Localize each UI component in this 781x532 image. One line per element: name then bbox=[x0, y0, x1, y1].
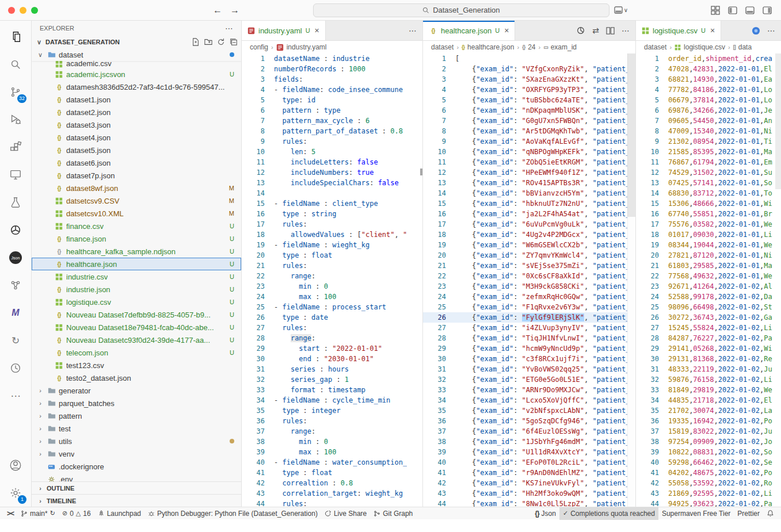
code-line[interactable]: 36 rules: bbox=[242, 416, 422, 426]
line-number[interactable]: 20 bbox=[636, 250, 659, 261]
line-number[interactable]: 28 bbox=[636, 333, 659, 343]
line-number[interactable]: 34 bbox=[242, 395, 265, 405]
tree-item[interactable]: datsetcsv10.XMLM bbox=[32, 207, 241, 220]
code-line[interactable]: 9 {"exam_id": "AoVaKqfALEvGf", "patient_… bbox=[423, 136, 627, 147]
code-line[interactable]: 3029131,81368,2022-01-02,Re bbox=[636, 354, 781, 364]
line-number[interactable]: 18 bbox=[242, 229, 265, 240]
line-number[interactable]: 3 bbox=[242, 74, 265, 85]
code-line[interactable]: 2630272,36743,2022-01-02,Ga bbox=[636, 312, 781, 323]
line-number[interactable]: 12 bbox=[636, 167, 659, 178]
tab-logistique-csv[interactable]: logistique.csv U × bbox=[636, 21, 721, 40]
extensions-icon[interactable] bbox=[2, 133, 29, 161]
line-number[interactable]: 37 bbox=[423, 426, 446, 437]
code-line[interactable]: 8 pattern_part_of_dataset : 0.8 bbox=[242, 126, 422, 136]
tab-industry-yaml[interactable]: industry.yaml U × bbox=[242, 21, 326, 40]
line-number[interactable]: 15 bbox=[636, 198, 659, 209]
line-number[interactable]: 22 bbox=[636, 271, 659, 281]
line-number[interactable]: 24 bbox=[242, 292, 265, 302]
line-number[interactable]: 30 bbox=[423, 354, 446, 364]
line-number[interactable]: 44 bbox=[423, 499, 446, 507]
refresh-icon[interactable] bbox=[217, 38, 225, 46]
line-number[interactable]: 12 bbox=[423, 167, 446, 178]
tree-item[interactable]: {}industrie.jsonU bbox=[32, 283, 241, 296]
tree-item[interactable]: ›generator bbox=[32, 384, 241, 397]
line-number[interactable]: 34 bbox=[423, 395, 446, 405]
openai-icon[interactable] bbox=[576, 26, 585, 35]
code-line[interactable]: 37 {"exam_id": "6f4EuzlOESsWg", "patient… bbox=[423, 426, 627, 437]
code-line[interactable]: 1515306,48666,2022-01-01,Wi bbox=[636, 198, 781, 209]
code-line[interactable]: 6 pattern : type bbox=[242, 105, 422, 116]
code-line[interactable]: 1667740,55851,2022-01-01,Br bbox=[636, 209, 781, 219]
code-line[interactable]: 34- fieldName : cycle_time_min bbox=[242, 395, 422, 405]
timeline-section[interactable]: › TIMELINE bbox=[32, 494, 241, 507]
line-number[interactable]: 28 bbox=[423, 333, 446, 343]
code-line[interactable]: 42 {"exam_id": "KS7ineVUkvFyl", "patient… bbox=[423, 478, 627, 488]
tree-item[interactable]: logistique.csvU bbox=[32, 296, 241, 308]
code-line[interactable]: 1307425,57141,2022-01-01,So bbox=[636, 178, 781, 188]
code-line[interactable]: 32 series_gap : 1 bbox=[242, 374, 422, 385]
line-number[interactable]: 1 bbox=[636, 53, 659, 64]
tree-item[interactable]: datsetcsv9.CSVM bbox=[32, 194, 241, 207]
code-line[interactable]: 44 {"exam_id": "8Nw1c0Ll5LzpZ", "patient… bbox=[423, 499, 627, 507]
line-number[interactable]: 23 bbox=[423, 281, 446, 292]
code-line[interactable]: 9 rules: bbox=[242, 136, 422, 147]
tree-item[interactable]: {}healthcare_kafka_sample.ndjsonU bbox=[32, 245, 241, 258]
code-line[interactable]: 35 type : integer bbox=[242, 405, 422, 416]
code-line[interactable]: 34 {"exam_id": "Lcxo5XoVjQffC", "patient… bbox=[423, 395, 627, 405]
sync-icon[interactable]: ↻ bbox=[50, 510, 55, 517]
remote-explorer-icon[interactable] bbox=[2, 161, 29, 189]
code-line[interactable]: 36 {"exam_id": "5goSzqDCfg946", "patient… bbox=[423, 416, 627, 426]
code-line[interactable]: 2 {"exam_id": "VZfgCxonRyZik", "patient_… bbox=[423, 64, 627, 74]
line-number[interactable]: 19 bbox=[636, 240, 659, 250]
line-number[interactable]: 5 bbox=[423, 95, 446, 105]
line-number[interactable]: 33 bbox=[423, 385, 446, 395]
supermaven-status[interactable]: Supermaven Free Tier bbox=[658, 507, 734, 520]
code-line[interactable]: 18 allowedValues : ["client", " bbox=[242, 229, 422, 240]
account-icon[interactable] bbox=[2, 451, 29, 479]
line-number[interactable]: 7 bbox=[242, 116, 265, 126]
code-line[interactable]: 42 correaltion : 0.8 bbox=[242, 478, 422, 488]
code-line[interactable]: 4- fieldName: code_insee_commune bbox=[242, 85, 422, 95]
code-line[interactable]: 39 {"exam_id": "U1l1dR4XvXtcY", "patient… bbox=[423, 447, 627, 457]
line-number[interactable]: 15 bbox=[242, 198, 265, 209]
line-number[interactable]: 17 bbox=[423, 219, 446, 229]
code-line[interactable]: 2598096,66498,2022-01-02,St bbox=[636, 302, 781, 312]
line-number[interactable]: 9 bbox=[636, 136, 659, 147]
line-number[interactable]: 17 bbox=[636, 219, 659, 229]
code-line[interactable]: 1468830,83712,2022-01-01,To bbox=[636, 188, 781, 198]
line-number[interactable]: 7 bbox=[423, 116, 446, 126]
more-actions-icon[interactable]: ⋯ bbox=[767, 26, 775, 35]
line-number[interactable]: 17 bbox=[242, 219, 265, 229]
line-number[interactable]: 44 bbox=[636, 499, 659, 507]
code-line[interactable]: 3715819,83022,2022-01-02,Ju bbox=[636, 426, 781, 437]
code-editor-yaml[interactable]: 1datasetName : industrie2numberOfRecords… bbox=[242, 53, 422, 507]
more-tools-icon[interactable]: ⋯ bbox=[2, 382, 29, 409]
code-line[interactable]: 3 {"exam_id": "SXazEnaGXzzKt", "patient_… bbox=[423, 74, 627, 85]
problems-status[interactable]: ⊘ 0 △ 16 bbox=[59, 507, 94, 520]
back-button[interactable]: ← bbox=[213, 5, 222, 16]
code-line[interactable]: 22 {"exam_id": "0Xc6sCF8aXkId", "patient… bbox=[423, 271, 627, 281]
code-line[interactable]: 19 {"exam_id": "W6mGSEWlcCX2b", "patient… bbox=[423, 240, 627, 250]
line-number[interactable]: 29 bbox=[242, 343, 265, 354]
line-number[interactable]: 14 bbox=[636, 188, 659, 198]
workspace-section-header[interactable]: ∨ DATASET_GENERATION bbox=[32, 36, 241, 48]
line-number[interactable]: 27 bbox=[423, 323, 446, 333]
code-line[interactable]: 847009,15340,2022-01-01,Ni bbox=[636, 126, 781, 136]
line-number[interactable]: 28 bbox=[242, 333, 265, 343]
line-number[interactable]: 10 bbox=[242, 147, 265, 157]
line-number[interactable]: 10 bbox=[423, 147, 446, 157]
line-number[interactable]: 21 bbox=[636, 261, 659, 271]
breadcrumb-file[interactable]: logistique.csv bbox=[684, 43, 725, 51]
line-number[interactable]: 34 bbox=[636, 395, 659, 405]
code-line[interactable]: 38 {"exam_id": "1JSbYhFg46mdM", "patient… bbox=[423, 437, 627, 447]
code-line[interactable]: 17 rules: bbox=[242, 219, 422, 229]
code-line[interactable]: 32 {"exam_id": "ETG0e5Go0L51E", "patient… bbox=[423, 374, 627, 385]
code-line[interactable]: 2numberOfRecords : 1000 bbox=[242, 64, 422, 74]
line-number[interactable]: 10 bbox=[636, 147, 659, 157]
code-line[interactable]: 26 {"exam_id": "FylGf9lERjSlK", "patient… bbox=[423, 312, 627, 323]
line-number[interactable]: 40 bbox=[423, 457, 446, 468]
line-number[interactable]: 39 bbox=[423, 447, 446, 457]
code-line[interactable]: 43 {"exam_id": "Hh2Mf3oko9wQM", "patient… bbox=[423, 488, 627, 499]
code-line[interactable]: 2884287,76227,2022-01-02,Pa bbox=[636, 333, 781, 343]
breadcrumb-folder[interactable]: dataset bbox=[644, 43, 666, 51]
